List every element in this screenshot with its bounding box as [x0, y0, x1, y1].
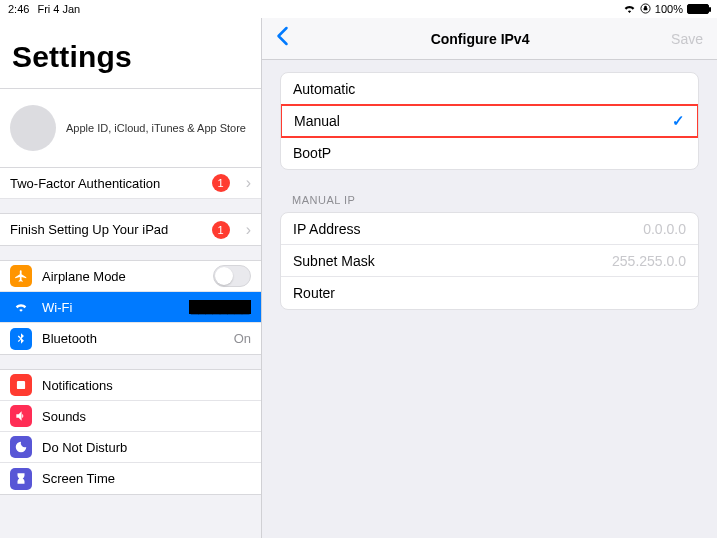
badge: 1 [212, 174, 230, 192]
wifi-label: Wi-Fi [42, 300, 72, 315]
ip-address-label: IP Address [293, 221, 360, 237]
sidebar-screentime[interactable]: Screen Time [0, 463, 261, 494]
detail-pane: Configure IPv4 Save Automatic Manual ✓ B… [262, 18, 717, 538]
dnd-label: Do Not Disturb [42, 440, 127, 455]
checkmark-icon: ✓ [672, 112, 685, 130]
ip-address-value: 0.0.0.0 [643, 221, 686, 237]
ipv4-options-group: Automatic Manual ✓ BootP [280, 72, 699, 170]
apple-id-subtitle: Apple ID, iCloud, iTunes & App Store [66, 122, 246, 134]
router-row[interactable]: Router [281, 277, 698, 309]
sidebar-wifi[interactable]: Wi-Fi ████████ [0, 292, 261, 323]
badge: 1 [212, 221, 230, 239]
subnet-mask-row[interactable]: Subnet Mask 255.255.0.0 [281, 245, 698, 277]
chevron-right-icon: › [246, 221, 251, 239]
sidebar-notifications[interactable]: Notifications [0, 370, 261, 401]
status-bar: 2:46 Fri 4 Jan 100% [0, 0, 717, 18]
sidebar-two-factor[interactable]: Two-Factor Authentication 1 › [0, 168, 261, 199]
option-manual[interactable]: Manual ✓ [280, 104, 699, 138]
manual-ip-section-label: MANUAL IP [280, 194, 699, 212]
bluetooth-value: On [234, 331, 251, 346]
save-button[interactable]: Save [671, 31, 703, 47]
orientation-lock-icon [640, 3, 651, 16]
sidebar-sounds[interactable]: Sounds [0, 401, 261, 432]
sidebar-dnd[interactable]: Do Not Disturb [0, 432, 261, 463]
option-bootp[interactable]: BootP [281, 137, 698, 169]
ip-address-row[interactable]: IP Address 0.0.0.0 [281, 213, 698, 245]
sidebar-apple-id[interactable]: Apple ID, iCloud, iTunes & App Store [0, 89, 261, 168]
airplane-toggle[interactable] [213, 265, 251, 287]
wifi-network-name: ████████ [189, 300, 251, 314]
status-time: 2:46 [8, 3, 29, 15]
sounds-label: Sounds [42, 409, 86, 424]
settings-title: Settings [0, 18, 261, 89]
manual-ip-group: IP Address 0.0.0.0 Subnet Mask 255.255.0… [280, 212, 699, 310]
sidebar-airplane-mode[interactable]: Airplane Mode [0, 261, 261, 292]
subnet-mask-value: 255.255.0.0 [612, 253, 686, 269]
avatar [10, 105, 56, 151]
settings-sidebar: Settings Apple ID, iCloud, iTunes & App … [0, 18, 262, 538]
svg-rect-1 [17, 381, 25, 389]
subnet-mask-label: Subnet Mask [293, 253, 375, 269]
sounds-icon [10, 405, 32, 427]
airplane-label: Airplane Mode [42, 269, 126, 284]
option-manual-label: Manual [294, 113, 340, 129]
chevron-right-icon: › [246, 174, 251, 192]
sidebar-finish-setup[interactable]: Finish Setting Up Your iPad 1 › [0, 214, 261, 245]
back-button[interactable] [276, 26, 289, 52]
screentime-label: Screen Time [42, 471, 115, 486]
notifications-icon [10, 374, 32, 396]
dnd-icon [10, 436, 32, 458]
option-automatic-label: Automatic [293, 81, 355, 97]
airplane-icon [10, 265, 32, 287]
sidebar-bluetooth[interactable]: Bluetooth On [0, 323, 261, 354]
two-factor-label: Two-Factor Authentication [10, 176, 160, 191]
bluetooth-label: Bluetooth [42, 331, 97, 346]
finish-setup-label: Finish Setting Up Your iPad [10, 222, 168, 237]
option-bootp-label: BootP [293, 145, 331, 161]
notifications-label: Notifications [42, 378, 113, 393]
bluetooth-icon [10, 328, 32, 350]
option-automatic[interactable]: Automatic [281, 73, 698, 105]
screentime-icon [10, 468, 32, 490]
battery-percent: 100% [655, 3, 683, 15]
wifi-status-icon [623, 3, 636, 15]
page-title: Configure IPv4 [289, 31, 671, 47]
battery-icon [687, 4, 709, 14]
wifi-icon [10, 296, 32, 318]
detail-header: Configure IPv4 Save [262, 18, 717, 60]
status-date: Fri 4 Jan [37, 3, 80, 15]
router-label: Router [293, 285, 335, 301]
